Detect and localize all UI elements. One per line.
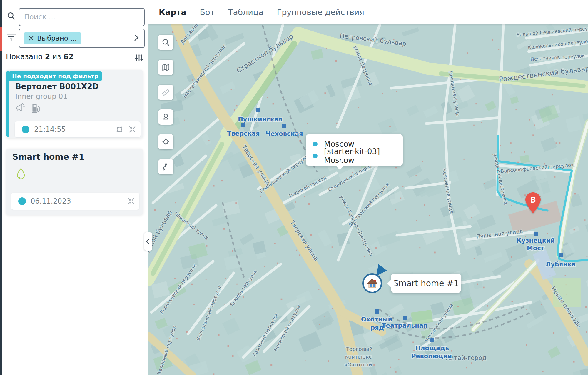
close-icon[interactable] [28, 35, 34, 41]
card-status-row: 06.11.2023 [11, 193, 139, 210]
fuel-pump-icon [31, 103, 41, 113]
top-nav: Карта Бот Таблица Групповые действия [148, 0, 588, 24]
results-summary: Показано 2 из 62 [6, 52, 74, 61]
last-update-date: 06.11.2023 [31, 197, 127, 205]
tab-group-actions[interactable]: Групповые действия [277, 8, 364, 17]
map-metro-label-pushkinskaya: Пушкинская [238, 116, 282, 123]
map-metro-label-kuznetsky_2: Мост [527, 245, 545, 252]
map-route-button[interactable] [158, 159, 173, 174]
status-dot [18, 197, 26, 205]
map-popup-moscow: Moscow [starter-kit-03] Moscow [306, 134, 403, 166]
chevron-right-icon[interactable] [132, 33, 141, 42]
total-count: 62 [64, 52, 74, 61]
map-metro-label-ploshchad: Площадь [415, 345, 449, 352]
house-icon [366, 277, 378, 289]
shown-count: 2 [45, 52, 50, 61]
device-card-smart-home[interactable]: Smart home #1 06.11.2023 [6, 149, 143, 215]
search-icon [161, 38, 170, 47]
nav-rail-sliver [0, 0, 2, 375]
chevron-left-icon [145, 238, 151, 245]
card-feature-icons [15, 103, 41, 113]
card-title: Вертолет B001X2D [15, 82, 99, 91]
collapse-arrows-icon[interactable] [128, 125, 136, 134]
svg-text:B: B [530, 195, 536, 204]
search-icon [6, 11, 16, 21]
device-card-vertolet[interactable]: Не подходит под фильтр Вертолет B001X2D … [6, 70, 143, 138]
bullet-dot-icon [313, 154, 318, 158]
nav-rail-active-segment [0, 27, 2, 51]
smart-home-map-label[interactable]: Smart home #1 [391, 274, 461, 293]
map-metro-label-tverskaya: Тверская [227, 130, 260, 137]
sliders-icon [134, 53, 144, 63]
megaphone-icon [15, 103, 25, 113]
card-subtitle: Inner group 01 [15, 92, 68, 101]
map-metro-label-lubyanka: Лубянка [546, 261, 576, 268]
search-input[interactable] [19, 9, 144, 26]
tab-map[interactable]: Карта [159, 8, 186, 17]
card-status-row: 21:14:55 [15, 121, 141, 137]
locate-crosshair-icon[interactable] [115, 125, 123, 134]
location-pin-icon [162, 113, 170, 121]
map-layers-button[interactable] [158, 60, 173, 75]
sidebar-collapse-button[interactable] [144, 232, 152, 251]
map-label-torg_3: «Охотный [344, 361, 372, 368]
map-locate-button[interactable] [158, 134, 173, 149]
popup-item-label: [starter-kit-03] Moscow [324, 147, 400, 165]
ruler-icon [162, 88, 170, 96]
filter-field[interactable]: Выбрано ... [19, 29, 145, 48]
route-icon [162, 163, 170, 171]
collapse-arrows-icon[interactable] [127, 197, 135, 205]
route-destination-pin-b[interactable]: B [525, 192, 541, 214]
map-placemark-button[interactable] [158, 109, 173, 125]
app-root: ДегтярныйНастасьинский переулокСтрастной… [0, 0, 588, 375]
tab-table[interactable]: Таблица [228, 8, 263, 17]
bullet-dot-icon [313, 142, 318, 146]
marker-label-text: Smart home #1 [393, 279, 459, 288]
card-accent-bar [6, 71, 9, 137]
map-search-button[interactable] [158, 35, 173, 50]
tab-bot[interactable]: Бот [200, 8, 215, 17]
sidebar: Выбрано ... Показано 2 из 62 Не подходит… [2, 0, 148, 375]
filter-icon[interactable] [6, 32, 16, 41]
smart-home-marker[interactable] [362, 273, 382, 293]
map-metro-label-kuznetsky_1: Кузнецкий [516, 237, 555, 244]
status-dot [22, 126, 29, 133]
map-tiles: ДегтярныйНастасьинский переулокСтрастной… [148, 24, 588, 375]
map-label-torg_2: комплекс [345, 354, 372, 360]
map-metro-label-teatralnaya: Театральная [382, 322, 427, 329]
filter-mismatch-badge: Не подходит под фильтр [8, 71, 102, 81]
list-settings-button[interactable] [134, 53, 144, 63]
pin-icon: B [525, 192, 541, 214]
card-title: Smart home #1 [12, 152, 84, 162]
filter-chip-label: Выбрано ... [37, 34, 77, 42]
map-label-torg_1: Торговый [346, 346, 372, 352]
popup-row[interactable]: [starter-kit-03] Moscow [308, 150, 400, 162]
map-metro-label-revolyutsii: Революции [411, 353, 452, 360]
search-field-wrap [19, 8, 145, 26]
map-canvas[interactable]: ДегтярныйНастасьинский переулокСтрастной… [148, 24, 588, 375]
map-measure-button[interactable] [158, 85, 173, 100]
map-metro-label-chekhovskaya: Чеховская [266, 130, 303, 137]
map-icon [162, 63, 170, 71]
filter-chip-selected[interactable]: Выбрано ... [24, 32, 81, 44]
droplet-icon [15, 167, 27, 182]
locate-crosshair-icon [162, 138, 170, 146]
last-update-time: 21:14:55 [34, 125, 115, 134]
